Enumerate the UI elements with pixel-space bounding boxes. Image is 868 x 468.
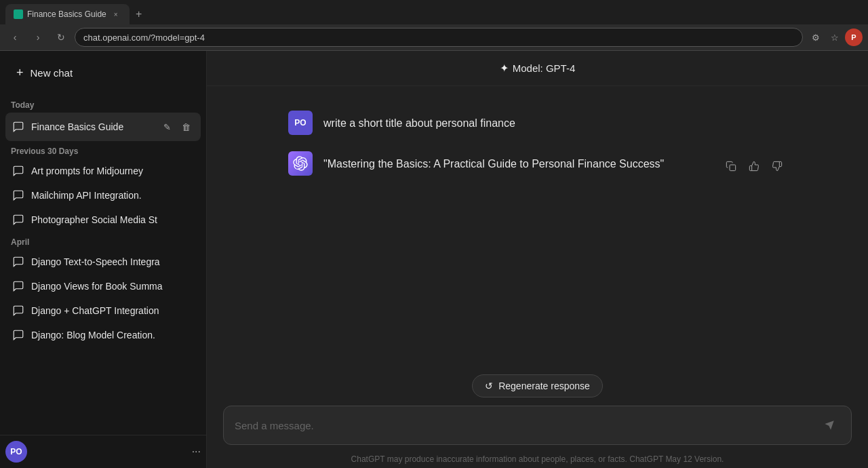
gpt-avatar	[288, 151, 313, 176]
chat-icon	[12, 165, 24, 177]
plus-icon: +	[16, 66, 24, 80]
user-message-content: write a short title about personal finan…	[323, 111, 787, 132]
address-field[interactable]: chat.openai.com/?model=gpt-4	[75, 28, 803, 47]
regenerate-button[interactable]: ↺ Regenerate response	[472, 374, 603, 397]
chat-label-mailchimp: Mailchimp API Integration.	[31, 190, 194, 201]
profile-button[interactable]: P	[845, 28, 863, 46]
messages-area: PO write a short title about personal fi…	[207, 86, 868, 366]
sidebar-item-django-tts[interactable]: Django Text-to-Speech Integra	[5, 250, 201, 274]
chat-item-actions: ✎ 🗑	[159, 119, 194, 135]
footer-menu-button[interactable]: ···	[192, 446, 201, 458]
chat-icon	[12, 305, 24, 317]
user-message: PO write a short title about personal fi…	[207, 102, 868, 143]
disclaimer: ChatGPT may produce inaccurate informati…	[207, 450, 868, 468]
sidebar-item-photographer[interactable]: Photographer Social Media St	[5, 208, 201, 232]
chat-icon	[12, 189, 24, 201]
chat-label-finance: Finance Basics Guide	[31, 121, 152, 132]
sidebar-item-art-prompts[interactable]: Art prompts for Midjourney	[5, 159, 201, 183]
chat-label-django-blog: Django: Blog Model Creation.	[31, 330, 194, 340]
section-previous-30: Previous 30 Days	[5, 141, 201, 159]
section-april: April	[5, 232, 201, 250]
message-actions	[722, 151, 787, 176]
chat-icon	[12, 329, 24, 341]
chat-icon	[12, 280, 24, 292]
user-message-text: write a short title about personal finan…	[323, 117, 515, 129]
tab-close-button[interactable]: ×	[111, 9, 121, 20]
model-icon: ✦	[500, 62, 509, 75]
user-avatar-footer: PO	[5, 441, 27, 463]
send-button[interactable]	[818, 414, 840, 436]
chat-label-photographer: Photographer Social Media St	[31, 214, 194, 225]
sidebar-item-finance-basics[interactable]: Finance Basics Guide ✎ 🗑	[5, 113, 201, 141]
active-tab[interactable]: Finance Basics Guide ×	[5, 4, 130, 24]
chat-input-area: ↺ Regenerate response	[207, 366, 868, 450]
assistant-message-text: "Mastering the Basics: A Practical Guide…	[323, 158, 664, 170]
new-tab-button[interactable]: +	[130, 5, 149, 24]
chat-icon	[12, 256, 24, 268]
url-text: chat.openai.com/?model=gpt-4	[83, 33, 205, 43]
assistant-message: "Mastering the Basics: A Practical Guide…	[207, 143, 868, 184]
sidebar: + New chat Today Finance Basics Guide ✎ …	[0, 51, 207, 468]
regen-icon: ↺	[485, 381, 493, 391]
svg-rect-0	[730, 165, 736, 171]
assistant-message-content: "Mastering the Basics: A Practical Guide…	[323, 151, 711, 173]
edit-chat-button[interactable]: ✎	[159, 119, 175, 135]
copy-button[interactable]	[722, 157, 741, 176]
chat-label-django-views: Django Views for Book Summa	[31, 281, 194, 292]
chat-main: ✦ Model: GPT-4 PO write a short title ab…	[207, 51, 868, 468]
tab-favicon	[14, 9, 23, 19]
tab-bar: Finance Basics Guide × +	[0, 0, 868, 24]
sidebar-footer: PO ···	[0, 435, 206, 468]
extensions-button[interactable]: ⚙	[807, 28, 825, 46]
address-bar-row: ‹ › ↻ chat.openai.com/?model=gpt-4 ⚙ ☆ P	[0, 24, 868, 50]
message-input[interactable]	[235, 420, 818, 431]
refresh-button[interactable]: ↻	[52, 28, 71, 47]
sidebar-item-django-views[interactable]: Django Views for Book Summa	[5, 274, 201, 298]
bookmark-button[interactable]: ☆	[826, 28, 844, 46]
delete-chat-button[interactable]: 🗑	[178, 119, 194, 135]
section-today: Today	[5, 95, 201, 113]
chat-label-django-tts: Django Text-to-Speech Integra	[31, 256, 194, 267]
model-name: Model: GPT-4	[513, 62, 576, 74]
chat-icon	[12, 214, 24, 226]
chat-header: ✦ Model: GPT-4	[207, 51, 868, 86]
browser-chrome: Finance Basics Guide × + ‹ › ↻ chat.open…	[0, 0, 868, 51]
regen-label: Regenerate response	[498, 381, 590, 391]
chat-label-django-chatgpt: Django + ChatGPT Integration	[31, 305, 194, 316]
sidebar-item-django-blog[interactable]: Django: Blog Model Creation.	[5, 323, 201, 347]
input-box	[223, 406, 852, 445]
chat-icon	[12, 121, 24, 133]
thumbdown-button[interactable]	[768, 157, 787, 176]
browser-actions: ⚙ ☆ P	[807, 28, 863, 46]
forward-button[interactable]: ›	[28, 28, 47, 47]
sidebar-content: Today Finance Basics Guide ✎ 🗑 Previous …	[0, 95, 206, 435]
thumbup-button[interactable]	[745, 157, 764, 176]
sidebar-item-mailchimp[interactable]: Mailchimp API Integration.	[5, 183, 201, 208]
new-chat-label: New chat	[31, 67, 73, 79]
app-layout: + New chat Today Finance Basics Guide ✎ …	[0, 51, 868, 468]
new-chat-button[interactable]: + New chat	[5, 56, 201, 90]
sidebar-item-django-chatgpt[interactable]: Django + ChatGPT Integration	[5, 298, 201, 323]
regen-btn-row: ↺ Regenerate response	[223, 374, 852, 397]
chat-label-art: Art prompts for Midjourney	[31, 165, 194, 176]
tab-title: Finance Basics Guide	[27, 9, 106, 19]
user-avatar: PO	[288, 111, 313, 135]
back-button[interactable]: ‹	[5, 28, 24, 47]
